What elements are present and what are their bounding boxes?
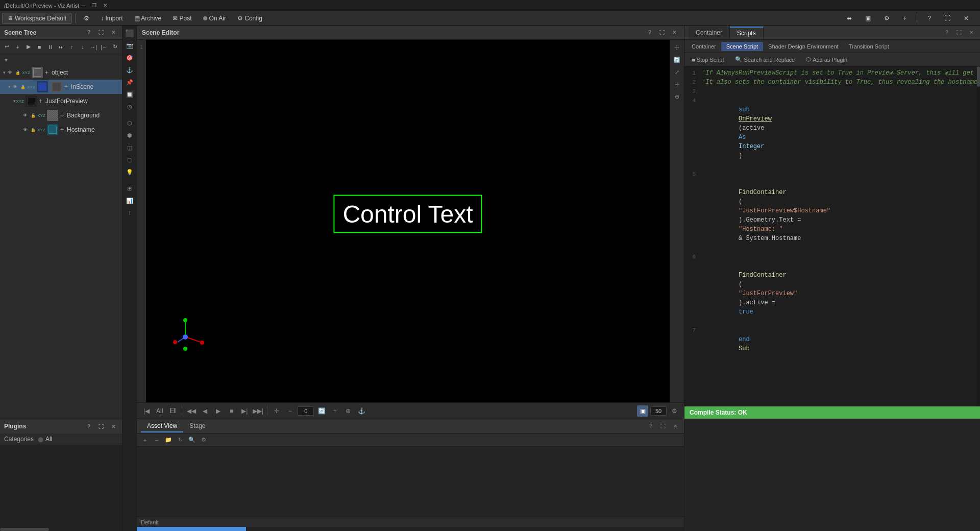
se-help-icon[interactable]: ? (645, 28, 654, 37)
settings-tl[interactable]: ⚙ (669, 405, 680, 417)
close-icon[interactable]: ✕ (109, 28, 118, 37)
add-keyframe[interactable]: + (329, 405, 340, 417)
all-filter[interactable]: ⬤ All (38, 436, 52, 443)
vp-tool-5[interactable]: ⊕ (671, 91, 682, 102)
outdent-btn[interactable]: |← (100, 42, 109, 52)
close-button[interactable]: ✕ (102, 2, 109, 9)
strip-btn-chart[interactable]: 📊 (124, 195, 135, 206)
move-down-btn[interactable]: ↓ (78, 42, 87, 52)
stop-btn-tl[interactable]: ■ (226, 405, 237, 417)
container-script-tab[interactable]: Container (687, 42, 721, 51)
anchor-btn[interactable]: ⚓ (356, 405, 367, 417)
play-fwd[interactable]: ▶ (212, 405, 224, 417)
maximize-button[interactable]: ❐ (90, 2, 97, 9)
strip-btn-10[interactable]: ◫ (124, 142, 135, 153)
tree-node-background[interactable]: 👁 🔒 XYZ + Background (0, 108, 122, 123)
tree-node-justforpreview[interactable]: ▾ XYZ + JustForPreview (0, 94, 122, 108)
active-mode-btn[interactable]: ▣ (637, 405, 648, 417)
se-expand-icon[interactable]: ⛶ (657, 28, 667, 37)
config-menu[interactable]: ⚙ Config (232, 13, 267, 23)
code-scrollbar-thumb[interactable] (977, 66, 980, 87)
search-replace-btn[interactable]: 🔍 Search and Replace (731, 55, 799, 64)
move-up-btn[interactable]: ↑ (67, 42, 77, 52)
visibility-icon-bg[interactable]: 👁 (21, 112, 29, 119)
av-close-icon[interactable]: ✕ (671, 422, 680, 431)
scrollbar-thumb[interactable] (0, 528, 49, 531)
help-icon[interactable]: ? (84, 28, 93, 37)
av-search[interactable]: 🔍 (187, 435, 197, 445)
timeline-clip[interactable]: 🎞 (167, 405, 178, 417)
stop-script-btn[interactable]: ■ Stop Script (688, 56, 728, 64)
plugins-help-icon[interactable]: ? (84, 422, 93, 431)
visibility-icon[interactable]: 👁 (6, 69, 13, 76)
strip-btn-dots[interactable]: ⁝ (124, 207, 135, 219)
strip-btn-11[interactable]: ◻ (124, 154, 135, 165)
minimize-button[interactable]: — (79, 2, 86, 9)
av-remove[interactable]: − (152, 435, 162, 445)
transition-script-tab[interactable]: Transition Script (844, 42, 894, 51)
tree-node-hostname[interactable]: 👁 🔒 XYZ + Hostname (0, 123, 122, 137)
expand-icon[interactable]: ⛶ (96, 28, 106, 37)
workspace-menu[interactable]: 🖥 Workspace Default (2, 13, 72, 24)
frame-count-input[interactable] (650, 406, 667, 416)
refresh-btn[interactable]: ↻ (110, 42, 120, 52)
scripts-close-icon[interactable]: ✕ (967, 28, 976, 37)
play-prev[interactable]: ◀◀ (186, 405, 197, 417)
shader-design-tab[interactable]: Shader Design Environment (763, 42, 844, 51)
scripts-tab-container[interactable]: Container (689, 27, 730, 39)
vp-tool-2[interactable]: 🔄 (671, 54, 682, 65)
close-right[interactable]: ✕ (959, 13, 974, 23)
tree-node-object[interactable]: ▾ 👁 🔒 XYZ + object (0, 65, 122, 80)
undo-btn[interactable]: ↩ (2, 42, 12, 52)
strip-btn-5[interactable]: 📌 (124, 77, 135, 88)
av-folder[interactable]: 📁 (163, 435, 174, 445)
indent-btn[interactable]: →| (89, 42, 99, 52)
vp-tool-3[interactable]: ⤢ (671, 66, 682, 78)
av-help-icon[interactable]: ? (646, 422, 655, 431)
strip-btn-grid[interactable]: ⊞ (124, 183, 135, 194)
stage-tab[interactable]: Stage (183, 420, 211, 432)
code-editor[interactable]: 1 'If AlwaysRunPreviewScript is set to T… (684, 66, 980, 406)
av-refresh[interactable]: ↻ (175, 435, 185, 445)
time-input[interactable] (298, 406, 314, 416)
strip-btn-7[interactable]: ◎ (124, 101, 135, 112)
pause-btn[interactable]: ⏸ (45, 42, 55, 52)
asset-view-tab[interactable]: Asset View (141, 420, 183, 432)
vp-tool-4[interactable]: ✛ (671, 79, 682, 90)
play-btn[interactable]: ▶ (23, 42, 33, 52)
minus-btn[interactable]: − (284, 405, 296, 417)
scripts-expand-icon[interactable]: ⛶ (954, 28, 964, 37)
scene-tree-content[interactable]: ▾ 👁 🔒 XYZ + object ▾ 👁 (0, 65, 122, 419)
play-back[interactable]: ◀ (199, 405, 210, 417)
plugins-expand-icon[interactable]: ⛶ (96, 422, 106, 431)
tree-node-inscene[interactable]: ▾ 👁 🔒 XYZ + InScene (0, 80, 122, 94)
expand-right[interactable]: ⛶ (939, 13, 955, 23)
scene-script-tab[interactable]: Scene Script (721, 42, 763, 51)
loop-btn[interactable]: 🔄 (316, 405, 327, 417)
add-btn[interactable]: + (13, 42, 22, 52)
import-menu[interactable]: ↓ Import (95, 13, 128, 23)
strip-btn-6[interactable]: 🔲 (124, 89, 135, 100)
scripts-tab-scene-script[interactable]: Scripts (730, 27, 764, 39)
strip-btn-3[interactable]: 🎯 (124, 52, 135, 63)
av-settings[interactable]: ⚙ (199, 435, 209, 445)
crosshair-btn[interactable]: ✛ (271, 405, 282, 417)
step-btn[interactable]: ⏭ (56, 42, 66, 52)
strip-btn-8[interactable]: ⬡ (124, 117, 135, 129)
viewport-canvas[interactable]: Control Text (146, 40, 670, 402)
add-plugin-btn[interactable]: ⬡ Add as Plugin (802, 55, 851, 64)
stop-btn[interactable]: ■ (35, 42, 44, 52)
archive-menu[interactable]: ▤ Archive (129, 13, 167, 23)
vp-tool-1[interactable]: ☩ (671, 42, 682, 53)
scrollbar-track[interactable] (0, 528, 122, 531)
code-scrollbar-track[interactable] (977, 66, 980, 406)
strip-btn-9[interactable]: ⬢ (124, 130, 135, 141)
strip-btn-light[interactable]: 💡 (124, 166, 135, 178)
settings-button[interactable]: ⚙ (79, 13, 94, 23)
down-arrow-icon[interactable]: ▼ (2, 56, 10, 64)
lock-icon-bg[interactable]: 🔒 (30, 112, 37, 119)
help-right[interactable]: ? (922, 13, 936, 23)
visibility-icon-hostname[interactable]: 👁 (21, 126, 29, 133)
plugins-close-icon[interactable]: ✕ (109, 422, 118, 431)
av-add[interactable]: + (140, 435, 150, 445)
